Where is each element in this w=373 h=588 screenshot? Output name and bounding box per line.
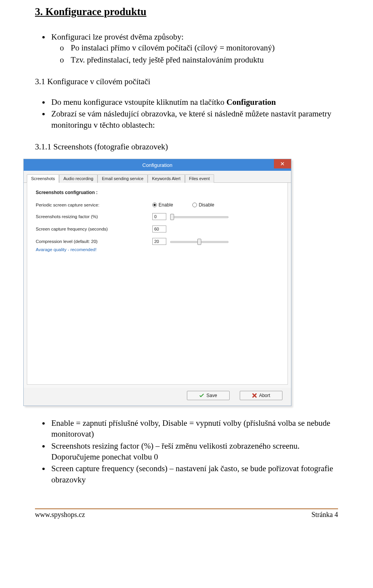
compress-slider[interactable] [170, 239, 228, 244]
tab-keywords-alert[interactable]: Keywords Alert [148, 174, 185, 183]
enable-radio[interactable]: Enable [152, 202, 173, 208]
close-icon: ✕ [280, 161, 285, 167]
disable-radio-label: Disable [199, 202, 214, 208]
resize-slider[interactable] [170, 214, 228, 219]
freq-label: Screen capture frequency (seconds) [36, 227, 152, 231]
settings-panel: Screenshots configruation : Periodic scr… [27, 183, 288, 385]
disable-radio[interactable]: Disable [192, 202, 214, 208]
panel-heading: Screenshots configruation : [36, 190, 279, 195]
abort-button[interactable]: Abort [240, 391, 282, 400]
after-b3: Screen capture frequency (seconds) – nas… [50, 463, 338, 485]
compress-input[interactable]: 20 [152, 238, 166, 245]
close-button[interactable]: ✕ [274, 159, 291, 168]
resize-input[interactable]: 0 [152, 213, 166, 220]
sub31-b1-pre: Do menu konfigurace vstoupíte kliknutím … [51, 97, 227, 107]
sub31-b1-bold: Configuration [227, 97, 276, 107]
sub31-title: 3.1 Konfigurace v cílovém počítači [35, 77, 338, 87]
sub31-b2: Zobrazí se vám následující obrazovka, ve… [50, 108, 338, 130]
radio-dot-icon [192, 203, 197, 207]
after-b2: Screenshots resizing factor (%) – řeší z… [50, 441, 338, 463]
abort-button-label: Abort [259, 393, 270, 398]
sub311-title: 3.1.1 Screenshots (fotografie obrazovek) [35, 142, 338, 152]
intro-text: Konfiguraci lze provést dvěma způsoby: [51, 32, 184, 42]
config-dialog-screenshot: Configuration ✕ Screenshots Audio record… [23, 159, 291, 406]
tab-screenshots[interactable]: Screenshots [27, 174, 59, 183]
titlebar: Configuration ✕ [24, 159, 291, 171]
intro-sub-1: Tzv. předinstalací, tedy ještě před nain… [69, 54, 338, 65]
tabs: Screenshots Audio recording Email sendin… [24, 171, 291, 183]
after-b1: Enable = zapnutí příslušné volby, Disabl… [50, 418, 338, 440]
save-button[interactable]: Save [187, 391, 230, 400]
tab-files-event[interactable]: Files event [185, 174, 214, 183]
periodic-label: Periodic screen capture service: [36, 203, 152, 207]
footer-right: Stránka 4 [312, 511, 338, 519]
save-button-label: Save [206, 393, 217, 398]
check-icon [199, 394, 204, 397]
dialog-button-row: Save Abort [24, 388, 291, 406]
footer-left: www.spyshops.cz [35, 511, 85, 519]
tab-email-service[interactable]: Email sending service [98, 174, 148, 183]
freq-input[interactable]: 60 [152, 225, 166, 232]
footer-separator [35, 508, 338, 509]
resize-label: Screenshots resizing factor (%) [36, 214, 152, 219]
section-title: 3. Konfigurace produktu [35, 6, 338, 18]
quality-note: Avarage quality - recomended! [36, 247, 279, 252]
enable-radio-label: Enable [159, 202, 173, 208]
radio-dot-icon [152, 203, 157, 207]
sub31-list: Do menu konfigurace vstoupíte kliknutím … [35, 97, 338, 130]
intro-list: Konfiguraci lze provést dvěma způsoby: P… [35, 31, 338, 65]
tab-audio-recording[interactable]: Audio recording [59, 174, 98, 183]
after-list: Enable = zapnutí příslušné volby, Disabl… [35, 418, 338, 485]
compress-label: Compression level (default: 20) [36, 239, 152, 244]
cross-icon [252, 393, 257, 398]
window-title: Configuration [142, 162, 172, 168]
page-footer: www.spyshops.cz Stránka 4 [35, 511, 338, 522]
intro-sub-0: Po instalaci přímo v cílovém počítači (c… [69, 42, 338, 53]
